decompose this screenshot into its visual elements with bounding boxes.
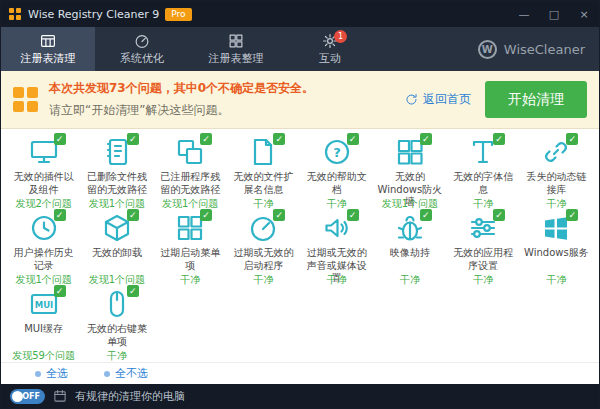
checked-badge-icon[interactable]: ✓ xyxy=(347,209,359,221)
select-all-link[interactable]: 全选 xyxy=(35,366,68,381)
checked-badge-icon[interactable]: ✓ xyxy=(200,209,212,221)
checked-badge-icon[interactable]: ✓ xyxy=(273,209,285,221)
item-label: 无效的文件扩展名信息 xyxy=(229,171,298,196)
history-icon: ✓ xyxy=(28,211,60,245)
tiles-icon: ✓ xyxy=(174,211,206,245)
app-logo-icon xyxy=(9,8,22,21)
win-logo-icon: ✓ xyxy=(540,211,572,245)
item-label: 无效的插件以及组件 xyxy=(9,171,78,196)
item-label: 映像劫持 xyxy=(390,247,430,272)
nav-tab[interactable]: 注册表整理 xyxy=(189,27,283,71)
link-icon: ✓ xyxy=(540,135,572,169)
item-label: 无效的Windows防火墙 xyxy=(375,171,444,196)
checked-badge-icon[interactable]: ✓ xyxy=(54,209,66,221)
scan-summary-block: 本次共发现73个问题，其中0个不确定是否安全。 请立即“开始清理”解决这些问题。 xyxy=(49,80,314,119)
item-label: 丢失的动态链接库 xyxy=(522,171,591,196)
select-none-link[interactable]: 全不选 xyxy=(104,366,148,381)
maximize-button[interactable]: □ xyxy=(539,1,569,27)
cleanup-item[interactable]: ✓ 无效的插件以及组件 发现2个问题 xyxy=(7,135,80,211)
cleanup-item[interactable]: ✓ 丢失的动态链接库 干净 xyxy=(520,135,593,211)
gauge-icon xyxy=(134,33,150,49)
gauge-icon: ✓ xyxy=(247,211,279,245)
checked-badge-icon[interactable]: ✓ xyxy=(127,285,139,297)
notebook-icon: ✓ xyxy=(101,135,133,169)
window-title: Wise Registry Cleaner 9 xyxy=(28,8,159,21)
start-clean-button[interactable]: 开始清理 xyxy=(485,81,587,118)
cleanup-item[interactable]: ✓ 用户操作历史记录 发现1个问题 xyxy=(7,211,80,287)
item-status: 干净 xyxy=(473,197,493,211)
pro-badge: Pro xyxy=(165,8,191,21)
item-label: 用户操作历史记录 xyxy=(9,247,78,272)
cleanup-item[interactable]: ✓ 无效的字体信息 干净 xyxy=(447,135,520,211)
item-label: 已删除文件残留的无效路径 xyxy=(82,171,151,196)
back-home-link[interactable]: 返回首页 xyxy=(405,91,471,108)
item-label: MUI缓存 xyxy=(24,323,63,348)
cleanup-item[interactable]: ✓ 无效的右键菜单项 干净 xyxy=(80,287,153,362)
item-status: 发现59个问题 xyxy=(12,349,75,362)
brand-w-icon: W xyxy=(478,40,497,59)
item-status: 干净 xyxy=(546,197,566,211)
checked-badge-icon[interactable]: ✓ xyxy=(127,133,139,145)
svg-text:MUI: MUI xyxy=(34,300,53,310)
checked-badge-icon[interactable]: ✓ xyxy=(273,133,285,145)
cleanup-item[interactable]: ✓ 已注册程序残留的无效路径 发现1个问题 xyxy=(154,135,227,211)
checked-badge-icon[interactable]: ✓ xyxy=(420,133,432,145)
cleanup-item[interactable]: ✓ 过期或无效的声音或媒体设置 干净 xyxy=(300,211,373,287)
scan-categories: ✓ 无效的插件以及组件 发现2个问题 ✓ 已删除文件残留的无效路径 发现1个问题… xyxy=(1,129,599,362)
svg-text:?: ? xyxy=(333,145,341,160)
item-label: 无效的右键菜单项 xyxy=(82,323,151,348)
titlebar: Wise Registry Cleaner 9 Pro — □ × xyxy=(1,1,599,27)
cleanup-item[interactable]: ✓ 无效的文件扩展名信息 干净 xyxy=(227,135,300,211)
cleanup-item[interactable]: ✓ 无效的Windows防火墙 发现1个问题 xyxy=(373,135,446,211)
cleanup-item[interactable]: ✓ Windows服务 干净 xyxy=(520,211,593,287)
checked-badge-icon[interactable]: ✓ xyxy=(200,133,212,145)
scan-result-banner: 本次共发现73个问题，其中0个不确定是否安全。 请立即“开始清理”解决这些问题。… xyxy=(1,71,599,129)
cleanup-item[interactable]: ✓ 过期启动菜单项 干净 xyxy=(154,211,227,287)
checked-badge-icon[interactable]: ✓ xyxy=(493,133,505,145)
checked-badge-icon[interactable]: ✓ xyxy=(493,209,505,221)
tab-label: 注册表清理 xyxy=(21,51,76,66)
tab-label: 系统优化 xyxy=(120,51,164,66)
nav-tab[interactable]: 互动 1 xyxy=(283,27,377,71)
item-label: 过期启动菜单项 xyxy=(156,247,225,272)
checked-badge-icon[interactable]: ✓ xyxy=(54,285,66,297)
item-status: 干净 xyxy=(107,349,127,362)
item-status: 干净 xyxy=(253,273,273,287)
cleanup-item[interactable]: MUI✓ MUI缓存 发现59个问题 xyxy=(7,287,80,362)
item-status: 干净 xyxy=(180,273,200,287)
scan-instruction-text: 请立即“开始清理”解决这些问题。 xyxy=(49,102,314,119)
minimize-button[interactable]: — xyxy=(509,1,539,27)
schedule-toggle[interactable]: OFF xyxy=(10,389,45,404)
app-window: Wise Registry Cleaner 9 Pro — □ × 注册表清理 … xyxy=(0,0,600,409)
refresh-icon xyxy=(405,93,418,106)
close-button[interactable]: × xyxy=(569,1,599,27)
cleanup-item[interactable]: ✓ 过期或无效的启动程序 干净 xyxy=(227,211,300,287)
blocks-icon xyxy=(228,33,244,49)
nav-tabbar: 注册表清理 系统优化 注册表整理 互动 1 W WiseCleaner xyxy=(1,27,599,71)
nav-tab[interactable]: 注册表清理 xyxy=(1,27,95,71)
schedule-calendar-icon xyxy=(53,389,67,403)
checked-badge-icon[interactable]: ✓ xyxy=(566,209,578,221)
checked-badge-icon[interactable]: ✓ xyxy=(127,209,139,221)
cleanup-item[interactable]: ?✓ 无效的帮助文档 干净 xyxy=(300,135,373,211)
help-icon: ?✓ xyxy=(321,135,353,169)
window-controls: — □ × xyxy=(509,1,599,27)
checked-badge-icon[interactable]: ✓ xyxy=(566,133,578,145)
cleanup-item[interactable]: ✓ 已删除文件残留的无效路径 发现1个问题 xyxy=(80,135,153,211)
cleanup-item[interactable]: ✓ 映像劫持 干净 xyxy=(373,211,446,287)
nav-tab[interactable]: 系统优化 xyxy=(95,27,189,71)
toggle-knob-icon xyxy=(12,391,23,402)
checked-badge-icon[interactable]: ✓ xyxy=(420,209,432,221)
checked-badge-icon[interactable]: ✓ xyxy=(54,133,66,145)
item-status: 干净 xyxy=(473,273,493,287)
item-status: 干净 xyxy=(400,273,420,287)
item-label: 无效的帮助文档 xyxy=(302,171,371,196)
item-status: 干净 xyxy=(546,273,566,287)
checked-badge-icon[interactable]: ✓ xyxy=(347,133,359,145)
back-home-label: 返回首页 xyxy=(423,91,471,108)
cleanup-item[interactable]: ✓ 无效的应用程序设置 干净 xyxy=(447,211,520,287)
toggle-state-label: OFF xyxy=(22,392,40,401)
tab-label: 互动 xyxy=(319,51,341,66)
cleanup-item[interactable]: ✓ 无效的卸载 发现1个问题 xyxy=(80,211,153,287)
tab-label: 注册表整理 xyxy=(209,51,264,66)
